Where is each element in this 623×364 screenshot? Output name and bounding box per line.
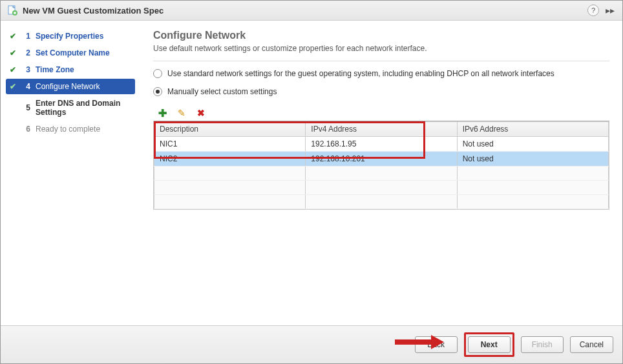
nic-table: Description IPv4 Address IPv6 Address NI… xyxy=(154,121,609,209)
step-dns-domain: 5 Enter DNS and Domain Settings xyxy=(1,96,140,120)
nic-table-container: Description IPv4 Address IPv6 Address NI… xyxy=(153,121,609,210)
page-heading: Configure Network xyxy=(153,30,609,41)
window-title: New VM Guest Customization Spec xyxy=(23,6,582,15)
col-description[interactable]: Description xyxy=(154,122,306,137)
annotation-highlight-next: Next xyxy=(464,332,514,357)
expand-icon[interactable]: ▸▸ xyxy=(604,5,616,15)
new-spec-icon xyxy=(7,5,17,15)
check-icon xyxy=(8,65,17,74)
radio-selected-icon xyxy=(153,87,162,96)
nic-toolbar: ✚ ✎ ✖ xyxy=(153,105,609,121)
annotation-arrow xyxy=(395,338,447,347)
pencil-icon: ✎ xyxy=(178,108,185,118)
cancel-button[interactable]: Cancel xyxy=(570,336,613,353)
col-ipv6[interactable]: IPv6 Address xyxy=(457,122,608,137)
radio-standard-settings[interactable]: Use standard network settings for the gu… xyxy=(153,69,609,78)
close-icon: ✖ xyxy=(197,108,205,118)
radio-manual-settings[interactable]: Manually select custom settings xyxy=(153,87,609,96)
radio-icon xyxy=(153,69,162,78)
table-row-empty xyxy=(154,167,609,181)
plus-icon: ✚ xyxy=(158,107,167,119)
delete-button[interactable]: ✖ xyxy=(196,108,206,118)
col-ipv4[interactable]: IPv4 Address xyxy=(306,122,457,137)
step-ready-complete: 6 Ready to complete xyxy=(1,121,140,137)
titlebar: New VM Guest Customization Spec ? ▸▸ xyxy=(1,1,622,21)
table-row[interactable]: NIC2 192.168.10.201 Not used xyxy=(154,152,609,167)
edit-button[interactable]: ✎ xyxy=(176,108,187,118)
content-panel: Configure Network Use default network se… xyxy=(140,21,622,325)
help-icon[interactable]: ? xyxy=(587,5,599,16)
check-icon xyxy=(8,32,17,41)
wizard-sidebar: 1 Specify Properties 2 Set Computer Name… xyxy=(1,21,140,325)
table-row[interactable]: NIC1 192.168.1.95 Not used xyxy=(154,137,609,152)
step-time-zone[interactable]: 3 Time Zone xyxy=(1,62,140,77)
table-row-empty xyxy=(154,195,609,209)
page-subtitle: Use default network settings or customiz… xyxy=(153,44,609,53)
divider xyxy=(153,61,609,61)
finish-button: Finish xyxy=(521,336,564,353)
step-set-computer-name[interactable]: 2 Set Computer Name xyxy=(1,45,140,61)
add-button[interactable]: ✚ xyxy=(157,108,167,118)
table-row-empty xyxy=(154,181,609,195)
check-icon xyxy=(8,48,17,57)
step-specify-properties[interactable]: 1 Specify Properties xyxy=(1,28,140,44)
step-configure-network[interactable]: 4 Configure Network xyxy=(6,79,135,94)
footer: Back Next Finish Cancel xyxy=(1,325,622,363)
next-button[interactable]: Next xyxy=(468,336,511,353)
check-icon xyxy=(8,82,17,91)
